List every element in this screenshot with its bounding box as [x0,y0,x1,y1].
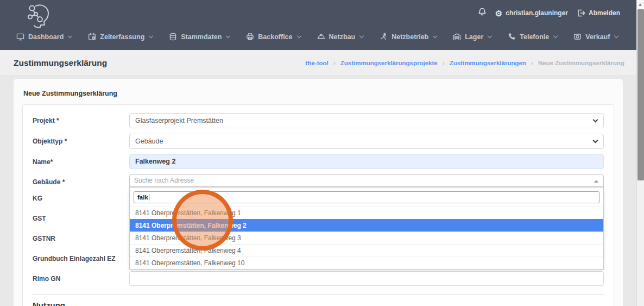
running-person-icon [380,33,388,41]
chevron-down-icon [433,33,437,38]
menu-item-dashboard[interactable]: Dashboard [16,33,72,41]
chevron-down-icon [593,138,598,143]
monitor-icon [16,33,24,41]
menu-item-backoffice[interactable]: Backoffice [246,33,300,41]
menu-item-zeiterfassung[interactable]: Zeiterfassung [88,33,153,41]
address-option-falkenweg-2-selected[interactable]: 8141 Oberpremstätten, Falkenweg 2 [130,219,603,232]
main-menu: Dashboard Zeiterfassung Stammdaten Backo… [16,33,618,41]
menu-item-netzbau[interactable]: Netzbau [317,33,364,41]
gst-label: GST [33,211,129,226]
name-label: Name* [33,154,129,169]
objekttyp-select[interactable]: Gebäude [129,134,604,149]
kg-label: KG [33,191,129,205]
address-option-falkenweg-4[interactable]: 8141 Oberpremstätten, Falkenweg 4 [130,244,603,257]
user-settings[interactable]: ⚙ christian.glauninger [495,9,568,17]
app-window: ⚙ christian.glauninger Abmelden Dashboar… [0,0,644,306]
page-header: Zustimmungserklärung the-tool › Zustimmu… [0,50,636,76]
printer-icon [246,33,254,41]
projekt-select[interactable]: Glasfaserprojekt Premstätten [129,113,604,128]
gebaeude-label: Gebäude * [33,174,129,187]
grundbuch-label: Grundbuch Einlagezahl EZ [33,251,129,266]
app-logo[interactable] [25,2,54,30]
nutzung-section-title: Nutzung [33,301,604,306]
projekt-label: Projekt * [33,113,129,128]
breadcrumb-separator: › [443,59,445,67]
breadcrumb-link-zustimmungserklaerungen[interactable]: Zustimmungserklärungen [450,60,526,66]
scrollbar-thumb[interactable] [637,9,644,180]
breadcrumb-separator: › [333,59,336,67]
menu-item-verkauf[interactable]: Verkauf [573,33,618,41]
top-navigation: ⚙ christian.glauninger Abmelden Dashboar… [0,0,644,50]
objekttyp-label: Objekttyp * [33,134,129,149]
address-option-falkenweg-10[interactable]: 8141 Oberpremstätten, Falkenweg 10 [130,257,603,269]
menu-item-stammdaten[interactable]: Stammdaten [169,33,230,41]
address-search-combobox[interactable]: Suche nach Adresse [129,174,604,187]
address-option-falkenweg-1[interactable]: 8141 Oberpremstätten, Falkenweg 1 [130,207,603,219]
breadcrumb-separator: › [531,59,533,67]
gear-icon: ⚙ [495,9,502,17]
page-title: Zustimmungserklärung [14,58,107,68]
coin-icon [573,33,582,41]
database-icon [169,33,177,41]
menu-item-netzbetrieb[interactable]: Netzbetrieb [380,33,437,41]
form-row-objekttyp: Objekttyp * Gebäude [33,134,604,149]
text-caret [149,194,149,201]
chevron-down-icon [614,33,618,38]
chevron-down-icon [553,33,558,38]
address-search-placeholder: Suche nach Adresse [134,177,194,184]
autocomplete-search-input[interactable]: falk [134,191,599,203]
name-input[interactable]: Falkenweg 2 [129,154,604,169]
notifications-bell-icon[interactable] [478,8,487,18]
section-divider [33,294,604,295]
chevron-down-icon [226,33,230,38]
menu-label: Lager [465,33,483,41]
form-row-projekt: Projekt * Glasfaserprojekt Premstätten [33,113,604,128]
autocomplete-dropdown: falk 8141 Oberpremstätten, Falkenweg 1 8… [129,187,604,270]
menu-label: Backoffice [258,33,292,41]
breadcrumb-current: Neue Zustimmungserklärung [538,60,624,66]
gstnr-label: GSTNR [33,231,129,246]
menu-label: Stammdaten [181,33,222,41]
breadcrumb: the-tool › Zustimmungserklärungsprojekte… [306,59,624,67]
chevron-down-icon [359,33,364,38]
hard-hat-icon [317,33,325,41]
user-area: ⚙ christian.glauninger Abmelden [478,8,620,18]
rimo-label: Rimo GN [33,271,129,286]
address-option-falkenweg-3[interactable]: 8141 Oberpremstätten, Falkenweg 3 [130,232,603,244]
chevron-down-icon [296,33,301,38]
username-label: christian.glauninger [506,9,568,17]
brain-network-logo-icon [25,2,54,28]
logout-icon [577,9,585,17]
vertical-scrollbar[interactable] [636,0,644,306]
phone-icon [508,33,516,41]
scrollbar-up-button[interactable] [637,0,644,9]
logout-button[interactable]: Abmelden [577,9,620,17]
chevron-down-icon [149,33,153,38]
objekttyp-select-value: Gebäude [135,138,163,145]
chevron-down-icon [593,117,598,123]
main-content: Neue Zustimmungserklärung Projekt * Glas… [0,77,636,306]
form-panel: Projekt * Glasfaserprojekt Premstätten O… [22,104,614,306]
menu-label: Verkauf [585,33,610,41]
calendar-clock-icon [88,33,96,41]
chevron-down-icon [488,33,492,38]
breadcrumb-link-projekte[interactable]: Zustimmungserklärungsprojekte [340,60,438,66]
menu-label: Netzbetrieb [392,33,428,41]
menu-item-lager[interactable]: Lager [453,33,491,41]
triangle-up-icon [594,180,598,183]
form-card: Neue Zustimmungserklärung Projekt * Glas… [14,79,623,306]
form-row-gebaeude: Gebäude * Suche nach Adresse falk 8141 O… [33,174,604,187]
projekt-select-value: Glasfaserprojekt Premstätten [135,117,223,124]
rimo-input[interactable] [129,271,604,286]
menu-item-telefonie[interactable]: Telefonie [508,33,557,41]
chevron-down-icon [68,33,72,38]
menu-label: Dashboard [28,33,64,41]
menu-label: Zeiterfassung [100,33,144,41]
warehouse-icon [453,33,461,41]
menu-label: Telefonie [520,33,549,41]
menu-label: Netzbau [329,33,356,41]
logout-label: Abmelden [589,9,620,17]
form-row-name: Name* Falkenweg 2 [33,154,604,169]
card-title: Neue Zustimmungserklärung [23,90,614,97]
breadcrumb-link-the-tool[interactable]: the-tool [306,60,329,66]
